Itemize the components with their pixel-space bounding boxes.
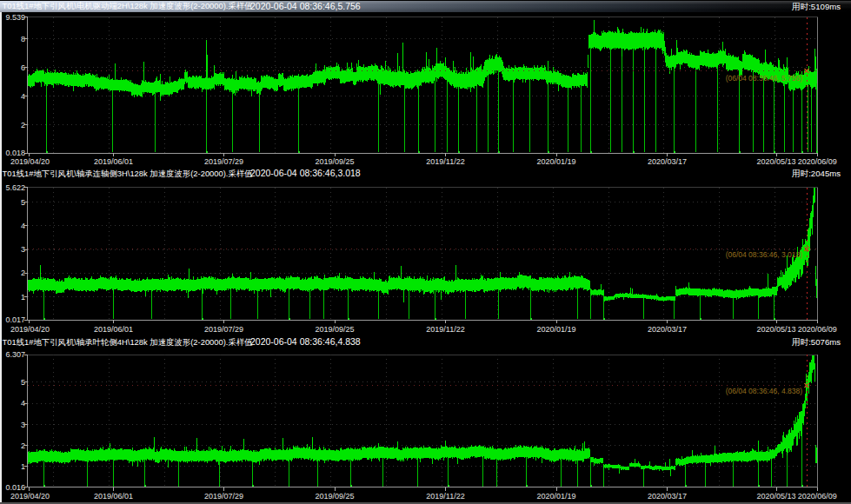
- svg-text:2019/09/25: 2019/09/25: [315, 492, 354, 501]
- svg-text:9.539: 9.539: [5, 13, 25, 22]
- svg-text:2: 2: [21, 121, 25, 129]
- svg-text:用时:5109ms: 用时:5109ms: [792, 2, 841, 11]
- svg-text:2019/07/29: 2019/07/29: [204, 325, 243, 334]
- svg-text:2019/09/25: 2019/09/25: [315, 157, 354, 166]
- svg-text:3: 3: [21, 245, 25, 254]
- svg-text:5: 5: [21, 378, 25, 387]
- svg-text:2020-06-04 08:36:46,5.756: 2020-06-04 08:36:46,5.756: [250, 1, 361, 11]
- svg-text:2020/03/17: 2020/03/17: [648, 157, 687, 166]
- svg-text:2019/04/20: 2019/04/20: [10, 325, 50, 334]
- svg-text:2019/06/01: 2019/06/01: [94, 157, 133, 166]
- svg-text:8: 8: [21, 35, 25, 43]
- svg-text:2019/09/25: 2019/09/25: [315, 325, 354, 334]
- svg-text:2020/05/13: 2020/05/13: [756, 325, 795, 334]
- svg-text:2019/06/01: 2019/06/01: [94, 325, 133, 334]
- svg-text:0.016: 0.016: [5, 483, 25, 492]
- svg-text:6: 6: [21, 63, 25, 72]
- svg-text:2020-06-04 08:36:46,3.018: 2020-06-04 08:36:46,3.018: [250, 168, 361, 178]
- svg-text:(06/04 08:36:46, 4.838): (06/04 08:36:46, 4.838): [726, 387, 803, 395]
- svg-text:5: 5: [21, 198, 25, 207]
- svg-text:2019/06/01: 2019/06/01: [94, 492, 133, 501]
- svg-text:T01线1#地下引风机\电机驱动端2H\128k 加速度波形: T01线1#地下引风机\电机驱动端2H\128k 加速度波形(2-20000).…: [3, 1, 253, 10]
- svg-text:6.307: 6.307: [5, 350, 25, 359]
- svg-text:T01线1#地下引风机\轴承连轴侧3H\128k 加速度波形: T01线1#地下引风机\轴承连轴侧3H\128k 加速度波形(2-20000).…: [3, 169, 253, 178]
- svg-text:用时:5076ms: 用时:5076ms: [792, 337, 841, 347]
- svg-text:2020/05/13: 2020/05/13: [756, 157, 795, 166]
- svg-text:2020/06/09: 2020/06/09: [798, 325, 837, 334]
- svg-text:2020/01/19: 2020/01/19: [536, 492, 575, 501]
- svg-text:2020/05/13: 2020/05/13: [756, 492, 795, 501]
- svg-text:2020-06-04 08:36:46,4.838: 2020-06-04 08:36:46,4.838: [250, 336, 361, 347]
- svg-text:2019/11/22: 2019/11/22: [426, 325, 464, 334]
- svg-text:0.017: 0.017: [5, 315, 25, 324]
- svg-text:2020/03/17: 2020/03/17: [648, 325, 687, 334]
- svg-text:2019/04/20: 2019/04/20: [10, 492, 50, 501]
- svg-text:4: 4: [21, 222, 25, 230]
- svg-text:2020/01/19: 2020/01/19: [536, 325, 575, 334]
- svg-text:T01线1#地下引风机\轴承叶轮侧4H\128k 加速度波形: T01线1#地下引风机\轴承叶轮侧4H\128k 加速度波形(2-20000).…: [3, 337, 253, 347]
- svg-text:1: 1: [21, 462, 25, 471]
- svg-text:3: 3: [21, 421, 25, 429]
- svg-text:2019/11/22: 2019/11/22: [426, 157, 464, 166]
- svg-text:2019/11/22: 2019/11/22: [426, 492, 464, 501]
- svg-text:4: 4: [21, 92, 25, 101]
- svg-text:1: 1: [21, 293, 25, 302]
- svg-text:2020/06/09: 2020/06/09: [798, 492, 837, 501]
- svg-text:2020/06/09: 2020/06/09: [798, 157, 837, 166]
- svg-text:2019/04/20: 2019/04/20: [10, 157, 50, 166]
- svg-text:4: 4: [21, 399, 25, 408]
- svg-text:0.018: 0.018: [5, 149, 25, 157]
- svg-text:2: 2: [21, 269, 25, 277]
- svg-text:2: 2: [21, 441, 25, 450]
- svg-text:2020/03/17: 2020/03/17: [648, 492, 687, 501]
- svg-text:(06/04 08:36:46, 3.018): (06/04 08:36:46, 3.018): [726, 250, 803, 259]
- svg-text:用时:2045ms: 用时:2045ms: [792, 169, 841, 178]
- svg-text:2019/07/29: 2019/07/29: [204, 157, 243, 166]
- svg-text:(06/04 08:36:46, 5.756): (06/04 08:36:46, 5.756): [726, 74, 803, 83]
- svg-text:2019/07/29: 2019/07/29: [204, 492, 243, 501]
- svg-text:2020/01/19: 2020/01/19: [536, 157, 575, 166]
- svg-text:5.622: 5.622: [5, 183, 25, 192]
